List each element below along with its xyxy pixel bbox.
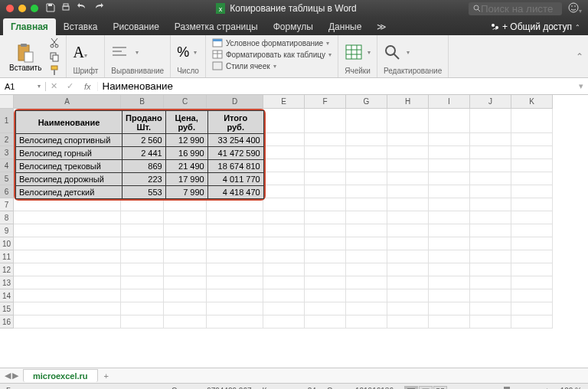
cell[interactable] — [121, 211, 164, 224]
cell[interactable] — [511, 224, 553, 237]
cell[interactable] — [164, 250, 207, 263]
search-input[interactable] — [481, 3, 557, 15]
cell[interactable] — [164, 302, 207, 315]
table-row[interactable]: Велосипед спортивный2 56012 99033 254 40… — [16, 134, 264, 147]
cell[interactable] — [429, 302, 470, 315]
cell[interactable] — [263, 289, 305, 302]
column-header[interactable]: A — [14, 95, 121, 109]
cell[interactable] — [346, 289, 387, 302]
minimize-window-button[interactable] — [18, 5, 26, 12]
cell[interactable] — [305, 237, 346, 250]
cell[interactable] — [346, 198, 387, 211]
cell[interactable] — [387, 146, 429, 159]
row-header[interactable]: 14 — [0, 289, 14, 302]
fx-icon[interactable]: fx — [78, 82, 98, 91]
cell[interactable] — [14, 302, 121, 315]
conditional-formatting-button[interactable]: Условное форматирование▾ — [211, 38, 333, 48]
cell[interactable] — [511, 146, 553, 159]
redo-icon[interactable] — [93, 3, 104, 14]
column-header[interactable]: J — [470, 95, 511, 109]
cell[interactable] — [429, 289, 470, 302]
cell[interactable] — [121, 224, 164, 237]
cell[interactable] — [14, 224, 121, 237]
table-row[interactable]: Велосипед дорожный22317 9904 011 770 — [16, 173, 264, 186]
cell[interactable] — [263, 185, 305, 198]
cell[interactable] — [511, 198, 553, 211]
cell[interactable] — [207, 224, 263, 237]
column-header[interactable]: H — [387, 95, 429, 109]
close-window-button[interactable] — [6, 5, 14, 12]
cell[interactable] — [305, 250, 346, 263]
format-painter-icon[interactable] — [49, 65, 60, 77]
table-row[interactable]: Велосипед горный2 44116 99041 472 590 — [16, 147, 264, 160]
page-layout-view-button[interactable] — [419, 386, 433, 390]
cell[interactable] — [263, 109, 305, 133]
row-header[interactable]: 10 — [0, 237, 14, 250]
cell[interactable] — [346, 146, 387, 159]
row-header[interactable]: 2 — [0, 133, 14, 146]
number-group[interactable]: %▾ Число — [171, 35, 206, 77]
select-all-corner[interactable] — [0, 95, 14, 109]
cell[interactable] — [346, 109, 387, 133]
cell[interactable] — [305, 133, 346, 146]
row-header[interactable]: 16 — [0, 315, 14, 329]
cell[interactable] — [263, 146, 305, 159]
cell[interactable] — [387, 133, 429, 146]
add-sheet-button[interactable]: + — [98, 370, 115, 382]
font-group[interactable]: A▾ Шрифт — [67, 35, 105, 77]
cell[interactable] — [511, 237, 553, 250]
page-break-view-button[interactable] — [433, 386, 447, 390]
table-row[interactable]: Велосипед трековый86921 49018 674 810 — [16, 160, 264, 173]
cell[interactable] — [470, 159, 511, 172]
cell[interactable] — [470, 276, 511, 289]
format-as-table-button[interactable]: Форматировать как таблицу▾ — [211, 49, 333, 60]
cell[interactable] — [429, 315, 470, 329]
cell[interactable] — [470, 289, 511, 302]
expand-formula-bar-icon[interactable]: ▾ — [574, 81, 588, 91]
cell[interactable] — [387, 211, 429, 224]
name-box[interactable]: A1▾ — [0, 82, 46, 91]
cell[interactable] — [164, 263, 207, 276]
cell[interactable] — [121, 237, 164, 250]
confirm-icon[interactable]: ✓ — [62, 81, 78, 91]
cell[interactable] — [346, 159, 387, 172]
cell[interactable] — [429, 133, 470, 146]
cell[interactable] — [470, 250, 511, 263]
cell[interactable] — [121, 315, 164, 329]
collapse-ribbon-icon[interactable]: ⌃ — [576, 51, 583, 62]
cell[interactable] — [14, 237, 121, 250]
cell[interactable] — [263, 198, 305, 211]
formula-input[interactable] — [98, 80, 574, 92]
row-header[interactable]: 12 — [0, 263, 14, 276]
cell[interactable] — [164, 224, 207, 237]
maximize-window-button[interactable] — [31, 5, 38, 12]
column-header[interactable]: I — [429, 95, 470, 109]
table-header[interactable]: Итогоруб. — [207, 111, 263, 134]
cell[interactable] — [511, 250, 553, 263]
cell[interactable] — [511, 211, 553, 224]
cell[interactable] — [346, 172, 387, 185]
cell[interactable] — [511, 185, 553, 198]
tab-данные[interactable]: Данные — [321, 18, 369, 35]
cell[interactable] — [429, 198, 470, 211]
cell[interactable] — [305, 302, 346, 315]
cell[interactable] — [207, 276, 263, 289]
cell[interactable] — [305, 315, 346, 329]
cell[interactable] — [121, 289, 164, 302]
cell[interactable] — [470, 224, 511, 237]
cell[interactable] — [346, 315, 387, 329]
cell[interactable] — [263, 276, 305, 289]
normal-view-button[interactable] — [404, 386, 418, 390]
cell[interactable] — [429, 185, 470, 198]
cell[interactable] — [263, 315, 305, 329]
cell[interactable] — [305, 211, 346, 224]
cell[interactable] — [346, 237, 387, 250]
cell[interactable] — [207, 211, 263, 224]
copy-icon[interactable] — [49, 51, 60, 64]
cell[interactable] — [305, 146, 346, 159]
cell[interactable] — [346, 263, 387, 276]
cell[interactable] — [263, 211, 305, 224]
cell[interactable] — [470, 146, 511, 159]
cell[interactable] — [511, 315, 553, 329]
cells-group[interactable]: ▾ Ячейки — [338, 35, 377, 77]
